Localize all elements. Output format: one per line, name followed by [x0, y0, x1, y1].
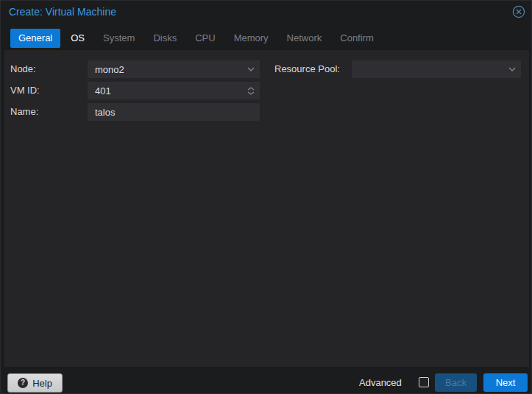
- chevron-down-icon[interactable]: [508, 60, 516, 78]
- node-label: Node:: [10, 60, 36, 78]
- wizard-tab-bar: GeneralOSSystemDisksCPUMemoryNetworkConf…: [10, 29, 384, 48]
- advanced-checkbox[interactable]: [419, 377, 429, 387]
- tab-os[interactable]: OS: [63, 29, 93, 48]
- vmid-input[interactable]: [88, 82, 260, 99]
- vmid-spinner[interactable]: [88, 82, 260, 99]
- back-button[interactable]: Back: [435, 373, 477, 392]
- name-label: Name:: [10, 103, 38, 121]
- name-field[interactable]: [88, 103, 260, 121]
- resource-pool-combobox[interactable]: [352, 60, 521, 78]
- help-button-label: Help: [32, 378, 52, 389]
- dialog-title: Create: Virtual Machine: [9, 6, 116, 18]
- tab-confirm: Confirm: [332, 29, 382, 48]
- help-button[interactable]: ? Help: [7, 373, 63, 393]
- node-combobox[interactable]: [88, 60, 260, 78]
- resource-pool-input[interactable]: [352, 60, 521, 78]
- create-vm-dialog: Create: Virtual Machine GeneralOSSystemD…: [0, 0, 532, 394]
- tab-network: Network: [279, 29, 330, 48]
- next-button[interactable]: Next: [483, 373, 528, 392]
- tab-memory: Memory: [226, 29, 277, 48]
- tab-general[interactable]: General: [10, 29, 60, 48]
- close-icon[interactable]: [512, 5, 525, 18]
- name-input[interactable]: [88, 103, 260, 121]
- tab-disks: Disks: [145, 29, 185, 48]
- chevron-down-icon[interactable]: [247, 60, 255, 78]
- advanced-label: Advanced: [359, 374, 402, 392]
- dialog-titlebar: Create: Virtual Machine: [1, 1, 531, 24]
- tab-cpu: CPU: [187, 29, 223, 48]
- general-tab-panel: Node: VM ID: Name: Resource Pool:: [4, 49, 529, 368]
- resource-pool-label: Resource Pool:: [274, 60, 340, 78]
- node-input[interactable]: [88, 60, 260, 78]
- vmid-label: VM ID:: [10, 82, 40, 99]
- question-circle-icon: ?: [18, 378, 28, 388]
- tab-system: System: [95, 29, 143, 48]
- chevron-up-down-icon[interactable]: [247, 82, 255, 99]
